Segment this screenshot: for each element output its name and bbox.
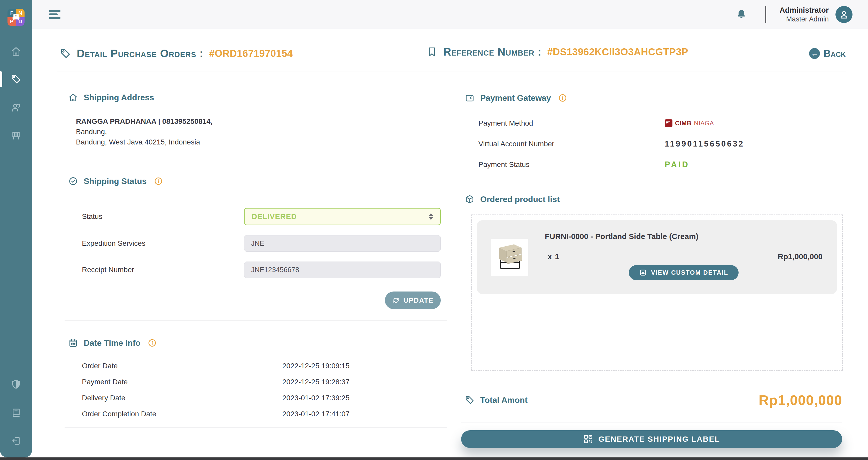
divider — [65, 320, 447, 321]
app-logo[interactable]: F N P D — [7, 9, 25, 26]
logout-icon — [10, 435, 22, 446]
receipt-input[interactable] — [244, 262, 441, 278]
product-name: FURNI-0000 - Portland Side Table (Cream) — [545, 232, 823, 241]
view-custom-detail-button[interactable]: VIEW CUSTOM DETAIL — [629, 265, 739, 280]
sidebar-item-security[interactable] — [10, 378, 22, 390]
table-row: Order Completion Date 2023-01-02 17:41:0… — [65, 410, 447, 418]
payment-gateway-title: Payment Gateway — [480, 93, 551, 103]
date-time-title: Date Time Info — [84, 338, 141, 348]
date-row-label: Order Completion Date — [82, 410, 282, 418]
address-line-3: Bandung, West Java 40215, Indonesia — [76, 137, 447, 147]
divider — [65, 162, 447, 162]
bench-icon — [10, 130, 22, 141]
product-body: FURNI-0000 - Portland Side Table (Cream)… — [545, 220, 823, 280]
total-label: Total Amont — [480, 395, 528, 405]
shipping-address-block: RANGGA PRADHANAA | 081395250814, Bandung… — [76, 116, 447, 147]
sidebar-item-customers[interactable] — [10, 101, 22, 114]
right-column: Payment Gateway Payment Method CIMB NIAG… — [461, 72, 842, 448]
total-amount: Rp1,000,000 — [759, 392, 842, 408]
ordered-products-title: Ordered product list — [480, 194, 560, 204]
hamburger-menu-button[interactable] — [49, 10, 60, 19]
tag-title-icon — [60, 48, 71, 59]
info-icon[interactable] — [148, 339, 157, 347]
table-row: Payment Status PAID — [461, 159, 842, 171]
date-row-label: Delivery Date — [82, 394, 282, 402]
view-custom-detail-label: VIEW CUSTOM DETAIL — [651, 269, 728, 276]
person-icon — [838, 9, 850, 20]
sidebar-item-home[interactable] — [10, 45, 22, 57]
sidebar-item-furniture[interactable] — [10, 130, 22, 142]
refresh-icon — [392, 297, 400, 304]
table-row: Order Date 2022-12-25 19:09:15 — [65, 362, 447, 370]
cimb-word: CIMB — [675, 120, 691, 127]
side-table-illustration — [493, 240, 527, 274]
avatar[interactable] — [835, 6, 852, 23]
payment-status-badge: PAID — [665, 160, 689, 169]
house-icon — [68, 93, 78, 102]
payment-gateway-rows: Payment Method CIMB NIAGA Virtual Accoun… — [461, 117, 842, 171]
tag-icon — [465, 395, 474, 405]
reference-label: Reference Number : — [443, 46, 541, 58]
ordered-products-heading: Ordered product list — [465, 194, 842, 204]
generate-shipping-label-button[interactable]: GENERATE SHIPPING LABEL — [461, 430, 842, 448]
active-nav-indicator — [0, 71, 2, 87]
book-icon — [10, 407, 22, 418]
package-icon — [465, 194, 474, 204]
total-heading: Total Amont — [465, 395, 528, 405]
table-row: Payment Date 2022-12-25 19:28:37 — [65, 378, 447, 386]
shield-icon — [10, 379, 22, 390]
product-image — [491, 239, 528, 276]
status-select[interactable]: DELIVERED — [244, 208, 441, 225]
shipping-status-heading: Shipping Status — [68, 176, 447, 186]
list-item: FURNI-0000 - Portland Side Table (Cream)… — [477, 220, 837, 294]
cimb-logo-icon — [665, 119, 673, 127]
generate-shipping-label-text: GENERATE SHIPPING LABEL — [598, 435, 720, 443]
back-button-label: Back — [824, 48, 846, 59]
product-list-container: FURNI-0000 - Portland Side Table (Cream)… — [471, 214, 843, 371]
expedition-label: Expedition Services — [82, 239, 244, 248]
sidebar-item-logout[interactable] — [10, 435, 22, 447]
sidebar-item-catalog[interactable] — [10, 407, 22, 419]
tag-icon — [10, 74, 22, 85]
user-role: Master Admin — [780, 15, 829, 24]
date-row-value: 2022-12-25 19:28:37 — [282, 378, 349, 386]
back-button[interactable]: ← Back — [809, 48, 846, 59]
cimb-niaga-logo: CIMB NIAGA — [665, 119, 714, 127]
date-row-label: Payment Date — [82, 378, 282, 386]
info-icon[interactable] — [558, 94, 567, 102]
info-icon[interactable] — [154, 177, 163, 186]
update-button-label: UPDATE — [404, 297, 434, 304]
image-icon — [639, 269, 647, 277]
date-row-label: Order Date — [82, 362, 282, 370]
date-time-rows: Order Date 2022-12-25 19:09:15 Payment D… — [65, 362, 447, 418]
bookmark-icon — [426, 46, 438, 58]
payment-status-label: Payment Status — [478, 160, 665, 169]
payment-method-label: Payment Method — [478, 119, 665, 127]
left-column: Shipping Address RANGGA PRADHANAA | 0813… — [65, 72, 447, 448]
sidebar: F N P D — [0, 0, 32, 457]
expedition-input[interactable] — [244, 235, 441, 252]
date-row-value: 2023-01-02 17:41:07 — [282, 410, 349, 418]
shipping-status-title: Shipping Status — [84, 177, 147, 186]
status-label: Status — [82, 212, 244, 221]
chair-logo-icon — [11, 12, 21, 23]
shipping-address-title: Shipping Address — [84, 93, 154, 102]
check-circle-icon — [68, 176, 78, 186]
qr-code-icon — [583, 434, 593, 444]
order-title-group: Detail Purchase Orders : #ORD1671970154 — [60, 47, 293, 60]
va-number: 11990115650632 — [665, 139, 744, 149]
sidebar-item-orders[interactable] — [10, 73, 22, 85]
main-content: Detail Purchase Orders : #ORD1671970154 … — [32, 29, 868, 457]
date-row-value: 2023-01-02 17:39:25 — [282, 394, 349, 402]
product-quantity: x 1 — [548, 252, 560, 261]
address-line-2: Bandung, — [76, 127, 447, 137]
order-number: #ORD1671970154 — [209, 48, 293, 59]
detail-purchase-order-page: F N P D — [0, 0, 868, 460]
table-row: Delivery Date 2023-01-02 17:39:25 — [65, 394, 447, 402]
update-button[interactable]: UPDATE — [385, 292, 441, 309]
user-name: Administrator — [780, 5, 829, 15]
notifications-bell-icon[interactable] — [736, 8, 747, 21]
product-price: Rp1,000,000 — [778, 252, 823, 261]
shipping-address-heading: Shipping Address — [68, 93, 447, 102]
shipping-status-form: Status DELIVERED Expedition Services Rec… — [65, 208, 447, 309]
